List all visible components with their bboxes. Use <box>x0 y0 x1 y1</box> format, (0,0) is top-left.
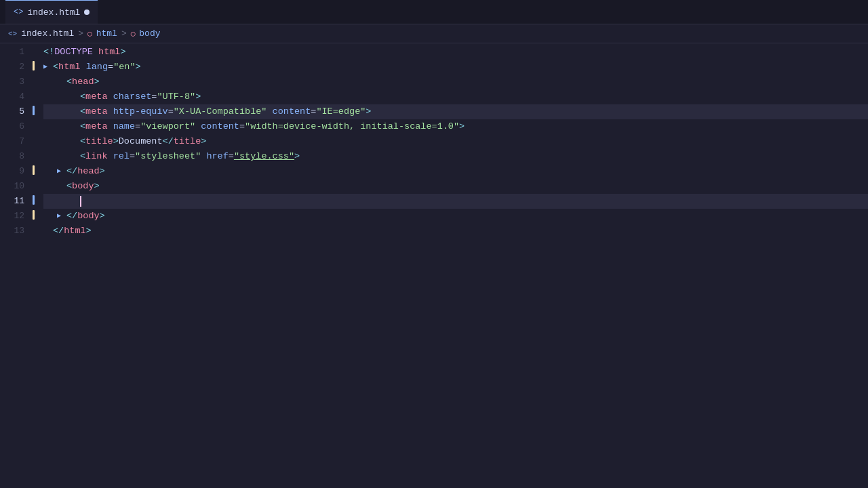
ind-1 <box>33 43 38 58</box>
l13-tag: html <box>64 224 85 239</box>
line-num-9: 9 <box>8 164 24 179</box>
code-line-12: ▶ </body> <box>43 209 868 224</box>
l8-cb: > <box>294 149 300 164</box>
ind-9 <box>33 163 38 178</box>
l5-eq1: = <box>168 104 174 119</box>
breadcrumb-html-label[interactable]: html <box>96 28 117 39</box>
l5-ob: < <box>80 104 85 119</box>
ind-12 <box>33 207 38 222</box>
breadcrumb-body-icon: ◯ <box>131 29 136 38</box>
l12-ob: </ <box>66 209 77 224</box>
l8-eq1: = <box>130 149 135 164</box>
l4-tag: meta <box>85 89 107 104</box>
l3-ob: < <box>66 75 72 89</box>
l7-ob: < <box>80 134 85 149</box>
editor-tab[interactable]: <> index.html <box>5 0 98 24</box>
l7-tag: title <box>85 134 113 149</box>
code-line-2: ▶ <html lang="en"> <box>43 60 868 75</box>
l3-cb: > <box>94 75 100 89</box>
l5-val1: "X-UA-Compatible" <box>174 104 267 119</box>
code-line-6: <meta name="viewport" content="width=dev… <box>43 119 868 134</box>
text-cursor <box>80 196 81 207</box>
l8-tag: link <box>85 149 107 164</box>
l13-ob: </ <box>53 224 64 239</box>
l3-tag: head <box>72 75 94 89</box>
l2-val: "en" <box>113 60 135 75</box>
line-num-7: 7 <box>8 134 24 149</box>
l6-val1: "viewport" <box>140 119 195 134</box>
code-line-3: <head> <box>43 75 868 89</box>
l2-tag: html <box>58 60 80 75</box>
l4-ob: < <box>80 89 85 104</box>
l6-eq1: = <box>135 119 140 134</box>
l12-cb: > <box>100 209 105 224</box>
line-num-10: 10 <box>8 179 24 194</box>
l6-cb: > <box>459 119 465 134</box>
l7-ob2: </ <box>163 134 174 149</box>
fold-arrow-12[interactable]: ▶ <box>57 209 66 224</box>
code-line-11[interactable] <box>43 194 868 209</box>
code-line-1: <!DOCTYPE html> <box>43 45 868 60</box>
line-num-12: 12 <box>8 209 24 224</box>
breadcrumb: <> index.html > ◯ html > ◯ body <box>0 24 868 43</box>
l9-cb: > <box>100 164 105 179</box>
ind-6 <box>33 118 38 133</box>
code-line-7: <title>Document</title> <box>43 134 868 149</box>
ind-7 <box>33 133 38 148</box>
l9-ob: </ <box>66 164 77 179</box>
ind-11 <box>33 192 38 207</box>
doctype-space <box>93 45 98 60</box>
fold-arrow-2[interactable]: ▶ <box>43 60 53 75</box>
l5-attr1: http-equiv <box>113 104 168 119</box>
l4-cb: > <box>195 89 201 104</box>
l2-attr: lang <box>86 60 108 75</box>
code-content[interactable]: <!DOCTYPE html> ▶ <html lang="en"> <head… <box>38 43 868 488</box>
code-line-5: <meta http-equiv="X-UA-Compatible" conte… <box>43 104 868 119</box>
doctype-html: html <box>98 45 120 60</box>
l7-cb2: > <box>201 134 206 149</box>
doctype-close: > <box>120 45 125 60</box>
code-line-4: <meta charset="UTF-8"> <box>43 89 868 104</box>
doctype-keyword: DOCTYPE <box>54 45 93 60</box>
l6-tag: meta <box>85 119 107 134</box>
line-numbers: 1 2 3 4 5 6 7 8 9 10 11 12 13 <box>0 43 33 488</box>
line-num-6: 6 <box>8 119 24 134</box>
l10-tag: body <box>72 179 94 194</box>
breadcrumb-html-icon: ◯ <box>87 29 92 38</box>
l10-cb: > <box>94 179 100 194</box>
l8-attr2: href <box>206 149 228 164</box>
code-line-8: <link rel="stylesheet" href="style.css"> <box>43 149 868 164</box>
l5-eq2: = <box>311 104 316 119</box>
breadcrumb-body-label[interactable]: body <box>139 28 160 39</box>
line-num-2: 2 <box>8 60 24 75</box>
l8-eq2: = <box>229 149 234 164</box>
l6-ob: < <box>80 119 85 134</box>
ind-2 <box>33 58 38 73</box>
l6-attr2: content <box>201 119 239 134</box>
l2-ob: < <box>53 60 58 75</box>
l6-eq2: = <box>239 119 245 134</box>
l7-cb: > <box>113 134 119 149</box>
ind-10 <box>33 178 38 192</box>
line-num-8: 8 <box>8 149 24 164</box>
fold-arrow-9[interactable]: ▶ <box>57 164 66 179</box>
line-num-4: 4 <box>8 89 24 104</box>
breadcrumb-filename[interactable]: index.html <box>21 28 74 39</box>
ind-5 <box>33 103 38 118</box>
l5-attr2: content <box>273 104 311 119</box>
modified-dot <box>84 9 90 15</box>
l4-eq: = <box>151 89 157 104</box>
ind-8 <box>33 148 38 163</box>
line-num-11: 11 <box>8 194 24 209</box>
breadcrumb-sep1: > <box>78 28 83 39</box>
editor-area[interactable]: 1 2 3 4 5 6 7 8 9 10 11 12 13 <box>0 43 868 488</box>
line-num-1: 1 <box>8 45 24 60</box>
l13-cb: > <box>86 224 92 239</box>
l8-ob: < <box>80 149 85 164</box>
code-line-13: </html> <box>43 224 868 239</box>
code-line-9: ▶ </head> <box>43 164 868 179</box>
l5-cb: > <box>366 104 371 119</box>
l9-tag: head <box>77 164 99 179</box>
l4-val: "UTF-8" <box>157 89 195 104</box>
ind-13 <box>33 222 38 237</box>
